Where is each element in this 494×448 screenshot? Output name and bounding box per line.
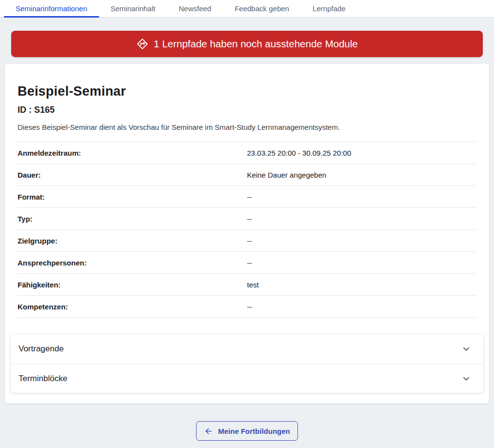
tab-bar: Seminarinformationen Seminarinhalt Newsf… bbox=[0, 0, 494, 18]
detail-label: Typ: bbox=[18, 215, 247, 223]
accordion-vortragende[interactable]: Vortragende bbox=[11, 334, 483, 364]
table-row: Anmeldezeitraum: 23.03.25 20:00 - 30.09.… bbox=[18, 142, 476, 164]
table-row: Zielgruppe: -- bbox=[18, 230, 476, 252]
table-row: Dauer: Keine Dauer angegeben bbox=[18, 164, 476, 186]
arrow-left-icon bbox=[204, 427, 213, 436]
seminar-description: Dieses Beispiel-Seminar dient als Vorsch… bbox=[18, 123, 476, 132]
detail-value: -- bbox=[247, 303, 477, 311]
back-to-fortbildungen-button[interactable]: Meine Fortbildungen bbox=[196, 421, 298, 441]
detail-value: -- bbox=[247, 259, 477, 267]
accordion-label: Terminblöcke bbox=[19, 374, 67, 384]
pending-modules-alert[interactable]: 1 Lernpfade haben noch ausstehende Modul… bbox=[11, 31, 483, 57]
tab-lernpfade[interactable]: Lernpfade bbox=[301, 0, 357, 17]
chevron-down-icon bbox=[461, 373, 472, 384]
detail-label: Format: bbox=[18, 193, 247, 201]
table-row: Kompetenzen: -- bbox=[18, 296, 476, 318]
accordion-label: Vortragende bbox=[19, 344, 64, 354]
chevron-down-icon bbox=[461, 344, 472, 354]
accordion-terminbloecke[interactable]: Terminblöcke bbox=[11, 364, 483, 393]
detail-label: Dauer: bbox=[18, 171, 247, 179]
tab-feedback-geben[interactable]: Feedback geben bbox=[223, 0, 301, 17]
detail-value: -- bbox=[247, 193, 477, 201]
detail-label: Zielgruppe: bbox=[18, 237, 247, 245]
tab-seminarinhalt[interactable]: Seminarinhalt bbox=[99, 0, 167, 17]
tab-newsfeed[interactable]: Newsfeed bbox=[167, 0, 223, 17]
table-row: Format: -- bbox=[18, 186, 476, 208]
seminar-title: Beispiel-Seminar bbox=[18, 83, 476, 99]
seminar-details-table: Anmeldezeitraum: 23.03.25 20:00 - 30.09.… bbox=[18, 142, 476, 318]
back-button-label: Meine Fortbildungen bbox=[218, 427, 290, 435]
tab-seminarinformationen[interactable]: Seminarinformationen bbox=[4, 0, 99, 17]
directions-icon bbox=[136, 38, 149, 50]
seminar-info-card: Beispiel-Seminar ID : S165 Dieses Beispi… bbox=[5, 64, 489, 404]
page-body: 1 Lernpfade haben noch ausstehende Modul… bbox=[0, 31, 494, 441]
footer-actions: Meine Fortbildungen bbox=[0, 421, 494, 441]
table-row: Typ: -- bbox=[18, 208, 476, 230]
alert-text: 1 Lernpfade haben noch ausstehende Modul… bbox=[154, 38, 357, 50]
accordion-group: Vortragende Terminblöcke bbox=[11, 334, 483, 393]
detail-value: test bbox=[247, 281, 477, 289]
detail-label: Fähigkeiten: bbox=[18, 281, 247, 289]
detail-label: Kompetenzen: bbox=[18, 303, 247, 311]
table-row: Fähigkeiten: test bbox=[18, 274, 476, 296]
detail-value: -- bbox=[247, 215, 477, 223]
detail-label: Anmeldezeitraum: bbox=[18, 149, 247, 157]
detail-value: Keine Dauer angegeben bbox=[247, 171, 477, 179]
detail-value: 23.03.25 20:00 - 30.09.25 20:00 bbox=[247, 149, 477, 157]
table-row: Ansprechpersonen: -- bbox=[18, 252, 476, 274]
seminar-id: ID : S165 bbox=[18, 105, 476, 115]
detail-label: Ansprechpersonen: bbox=[18, 259, 247, 267]
detail-value: -- bbox=[247, 237, 477, 245]
